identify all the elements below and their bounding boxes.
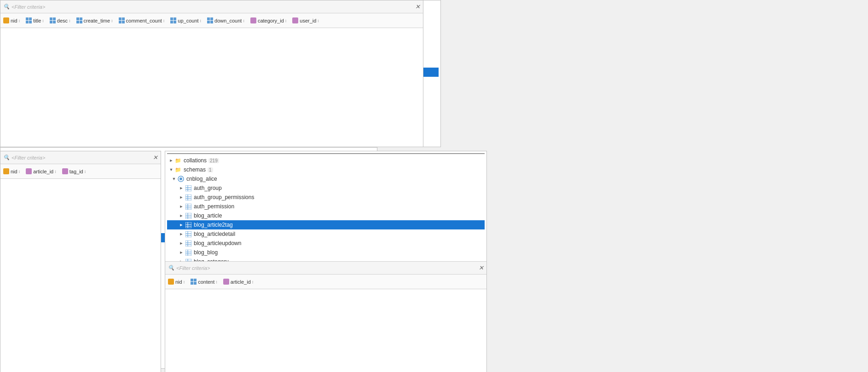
blog-article-panel: 🔍 <Filter criteria> ✕ nid ↕ title ↕	[0, 0, 423, 147]
table-icon-comment	[119, 17, 125, 23]
col-article-id-bm[interactable]: article_id ↕	[223, 279, 254, 285]
svg-rect-53	[185, 185, 191, 191]
bottom-mid-tree: ► 📁 collations 219 ▼ 📁 schemas 1 ▼	[165, 151, 486, 262]
col-article-id-label-bm: article_id	[231, 279, 251, 285]
col-up-count[interactable]: up_count ↕	[170, 17, 202, 23]
sort-arrows-desc[interactable]: ↕	[69, 18, 71, 23]
tree-auth-group-perms-bm[interactable]: ► auth_group_permissions	[167, 193, 485, 202]
col-user-id[interactable]: user_id ↕	[292, 17, 319, 23]
top-filter-bar[interactable]: 🔍 <Filter criteria> ✕	[0, 0, 423, 13]
col-create-time[interactable]: create_time ↕	[76, 17, 113, 23]
table-icon-bm-7	[185, 240, 192, 247]
close-icon-bl[interactable]: ✕	[153, 154, 158, 161]
sort-arrows-comment-count[interactable]: ↕	[163, 18, 165, 23]
sort-arrows-nid-bl[interactable]: ↕	[18, 169, 21, 174]
col-content-bm[interactable]: content ↕	[191, 279, 218, 285]
svg-rect-69	[185, 222, 191, 228]
bottom-mid-panel: ► 📁 collations 219 ▼ 📁 schemas 1 ▼	[165, 151, 487, 372]
data-area-bl	[0, 179, 161, 372]
svg-rect-61	[185, 204, 191, 210]
sort-arrows-content-bm[interactable]: ↕	[215, 280, 218, 284]
tree-blog-article-bm[interactable]: ► blog_article	[167, 211, 485, 220]
fk-icon-user	[292, 17, 298, 23]
filter-placeholder: <Filter criteria>	[12, 4, 45, 10]
key-icon	[3, 17, 9, 23]
table-icon-desc	[50, 17, 56, 23]
tree-schema-bm[interactable]: ▼ cnblog_alice	[167, 174, 485, 183]
col-article-id-label-bl: article_id	[33, 169, 53, 174]
arrow-schemas-bm: ▼	[168, 167, 174, 172]
sort-arrows-article-id-bl[interactable]: ↕	[54, 169, 57, 174]
tree-blog-articleupdown-bm[interactable]: ► blog_articleupdown	[167, 239, 485, 248]
folder-icon-schemas-bm: 📁	[174, 166, 182, 173]
col-nid[interactable]: nid ↕	[3, 17, 20, 23]
table-blog-article-bm: blog_article	[194, 212, 222, 219]
fk-icon-tag-bl	[62, 168, 68, 174]
tree-auth-group-bm[interactable]: ► auth_group	[167, 183, 485, 193]
sort-arrows-nid-bm[interactable]: ↕	[183, 280, 185, 284]
search-icon-bm: 🔍	[168, 265, 174, 271]
col-desc[interactable]: desc ↕	[50, 17, 71, 23]
sort-arrows-up-count[interactable]: ↕	[200, 18, 202, 23]
table-icon-bm-1	[185, 184, 192, 192]
tree-blog-blog-bm[interactable]: ► blog_blog	[167, 248, 485, 257]
col-nid-bl[interactable]: nid ↕	[3, 168, 20, 174]
sort-arrows-create-time[interactable]: ↕	[111, 18, 113, 23]
col-nid-label-bm: nid	[175, 279, 182, 285]
sort-arrows-article-id-bm[interactable]: ↕	[252, 280, 254, 284]
sort-arrows-user-id[interactable]: ↕	[317, 18, 319, 23]
tree-auth-permission-bm[interactable]: ► auth_permission	[167, 202, 485, 211]
sort-arrows-title[interactable]: ↕	[42, 18, 44, 23]
col-desc-label: desc	[57, 18, 68, 23]
col-category-id-label: category_id	[258, 18, 284, 23]
table-blog-articledetail-bm: blog_articledetail	[194, 231, 235, 237]
table-icon	[26, 17, 32, 23]
arrow-schema-bm: ▼	[171, 177, 177, 181]
arrow-collations-bm: ►	[168, 158, 174, 163]
table-icon-bm-2	[185, 194, 192, 201]
col-title[interactable]: title ↕	[26, 17, 44, 23]
close-icon[interactable]: ✕	[415, 3, 420, 10]
data-area-top	[0, 28, 423, 147]
collations-label-bm: collations	[184, 157, 207, 164]
table-blog-blog-bm: blog_blog	[194, 249, 218, 256]
col-nid-label: nid	[11, 18, 17, 23]
col-comment-count[interactable]: comment_count ↕	[119, 17, 165, 23]
close-icon-bm[interactable]: ✕	[479, 264, 484, 271]
sort-arrows-down-count[interactable]: ↕	[243, 18, 245, 23]
tree-collations-bm[interactable]: ► 📁 collations 219	[167, 156, 485, 165]
tree-blog-category-bm[interactable]: ► blog_category	[167, 257, 485, 261]
tree-schemas-bm[interactable]: ▼ 📁 schemas 1	[167, 165, 485, 174]
fk-icon-article-bm	[223, 279, 229, 285]
col-category-id[interactable]: category_id ↕	[250, 17, 287, 23]
tree-blog-article2tag-bm[interactable]: ► blog_article2tag	[167, 220, 485, 229]
col-tag-id-bl[interactable]: tag_id ↕	[62, 168, 86, 174]
col-content-label-bm: content	[198, 279, 214, 285]
col-user-id-label: user_id	[300, 18, 316, 23]
svg-rect-77	[185, 240, 191, 246]
column-headers: nid ↕ title ↕ desc ↕	[0, 13, 423, 28]
sort-arrows-tag-id-bl[interactable]: ↕	[84, 169, 87, 174]
sort-arrows-nid[interactable]: ↕	[18, 18, 21, 23]
data-area-bm	[165, 289, 486, 372]
col-down-count[interactable]: down_count ↕	[207, 17, 245, 23]
search-icon: 🔍	[3, 4, 10, 10]
bottom-left-filter-bar[interactable]: 🔍 <Filter criteria> ✕	[0, 151, 161, 164]
svg-rect-81	[185, 250, 191, 256]
col-article-id-bl[interactable]: article_id ↕	[26, 168, 57, 174]
col-create-time-label: create_time	[84, 18, 110, 23]
table-icon-bm-3	[185, 203, 192, 210]
table-icon-bm-4	[185, 212, 192, 219]
table-blog-articleupdown-bm: blog_articleupdown	[194, 240, 241, 246]
tree-blog-articledetail-bm[interactable]: ► blog_articledetail	[167, 229, 485, 239]
col-nid-bm[interactable]: nid ↕	[168, 279, 185, 285]
table-icon-down	[207, 17, 213, 23]
col-headers-bm: nid ↕ content ↕ article_id ↕	[165, 275, 486, 289]
filter-placeholder-bl: <Filter criteria>	[12, 155, 45, 160]
sort-arrows-category-id[interactable]: ↕	[285, 18, 287, 23]
table-icon-bm-6	[185, 230, 192, 238]
bottom-mid-filter-bar[interactable]: 🔍 <Filter criteria> ✕	[165, 262, 486, 275]
col-down-count-label: down_count	[214, 18, 242, 23]
col-up-count-label: up_count	[178, 18, 198, 23]
svg-point-52	[179, 177, 182, 180]
